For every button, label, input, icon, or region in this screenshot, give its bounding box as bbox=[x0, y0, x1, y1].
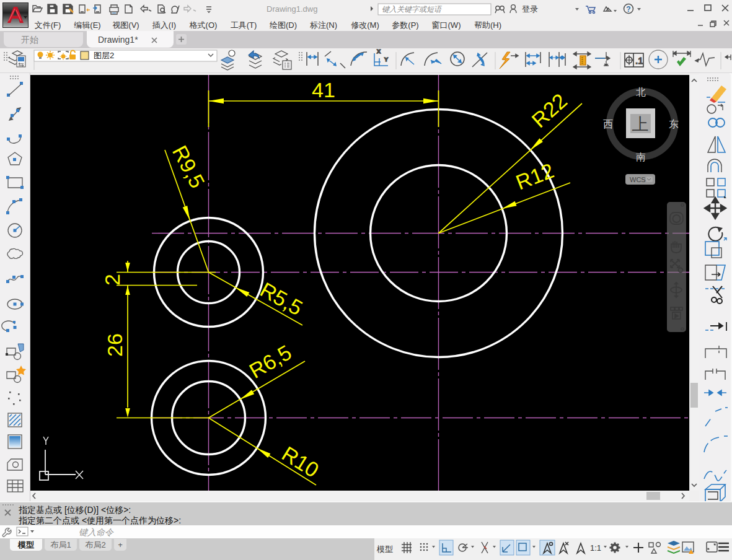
svg-text:上: 上 bbox=[632, 115, 649, 134]
svg-text:X: X bbox=[377, 48, 381, 55]
svg-text:南: 南 bbox=[636, 152, 646, 162]
svg-text:?: ? bbox=[626, 5, 630, 14]
svg-text:东: 东 bbox=[669, 119, 679, 129]
svg-text:2: 2 bbox=[100, 274, 124, 286]
svg-text:WCS: WCS bbox=[630, 176, 646, 183]
svg-text:Y: Y bbox=[384, 56, 388, 63]
svg-text:键入关键字或短语: 键入关键字或短语 bbox=[382, 5, 443, 14]
svg-text:26: 26 bbox=[103, 333, 126, 357]
svg-text:.1: .1 bbox=[635, 55, 643, 66]
svg-text:R9,5: R9,5 bbox=[168, 141, 209, 191]
svg-text:北: 北 bbox=[636, 87, 646, 97]
svg-text:R6,5: R6,5 bbox=[245, 340, 296, 383]
svg-text:西: 西 bbox=[603, 119, 613, 129]
svg-text:图层2: 图层2 bbox=[94, 51, 114, 60]
svg-text:41: 41 bbox=[312, 78, 335, 102]
svg-text:R22: R22 bbox=[527, 89, 571, 132]
svg-text:1:1: 1:1 bbox=[590, 543, 601, 553]
svg-text:登录: 登录 bbox=[522, 4, 538, 14]
svg-text:R12: R12 bbox=[513, 159, 557, 195]
